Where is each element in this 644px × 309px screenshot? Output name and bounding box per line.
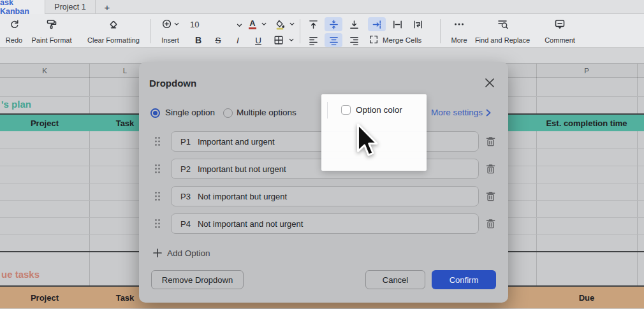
overdue-section-title: ue tasks [1, 269, 40, 280]
strikethrough-button[interactable]: S [210, 33, 226, 47]
bold-button[interactable]: B [190, 33, 207, 47]
insert-icon [162, 18, 179, 30]
single-option-label: Single option [165, 108, 215, 117]
remove-dropdown-button[interactable]: Remove Dropdown [151, 270, 244, 289]
toolbar-divider [150, 19, 151, 43]
merge-cells-button[interactable]: Merge Cells [369, 33, 421, 47]
toolbar-divider [300, 19, 300, 43]
comment-icon [554, 18, 566, 30]
app-window: ask Kanban Project 1 + Redo Paint Format… [0, 0, 644, 309]
drag-handle-icon[interactable] [154, 219, 161, 229]
paint-format-button[interactable]: Paint Format [28, 17, 75, 46]
chevron-down-icon [237, 20, 242, 29]
multiple-options-radio[interactable] [223, 108, 233, 118]
plan-header-project: Project [0, 115, 89, 131]
drag-handle-icon[interactable] [154, 164, 161, 174]
redo-icon [9, 18, 20, 30]
cancel-button[interactable]: Cancel [365, 270, 425, 289]
font-color-button[interactable]: A [245, 17, 260, 31]
option-color-label: Option color [356, 105, 402, 115]
sheet-tab-bar: ask Kanban Project 1 + [0, 0, 644, 14]
gridline [89, 78, 90, 308]
chevron-right-icon [486, 109, 491, 117]
underline-button[interactable]: U [250, 33, 267, 47]
column-header-p[interactable]: P [536, 64, 637, 78]
trash-icon[interactable] [485, 218, 496, 229]
confirm-button[interactable]: Confirm [432, 270, 496, 289]
font-color-chevron[interactable] [260, 17, 268, 31]
clear-formatting-button[interactable]: Clear Formatting [80, 17, 147, 46]
merge-cells-icon [369, 34, 379, 46]
drag-handle-icon[interactable] [154, 136, 161, 147]
more-icon [453, 18, 465, 30]
tab-task-kanban[interactable]: ask Kanban [0, 0, 45, 14]
align-center-button[interactable] [325, 33, 342, 47]
trash-icon[interactable] [485, 190, 496, 202]
text-clip-button[interactable] [388, 17, 406, 31]
option-color-checkbox[interactable] [341, 105, 351, 115]
drag-handle-icon[interactable] [154, 191, 161, 201]
align-bottom-button[interactable] [345, 17, 363, 31]
tab-project-1[interactable]: Project 1 [45, 0, 96, 14]
fill-color-button[interactable] [272, 17, 288, 31]
fill-color-icon [275, 19, 285, 30]
font-size-value: 10 [190, 20, 199, 29]
text-overflow-button[interactable] [368, 17, 386, 31]
comment-button[interactable]: Comment [537, 17, 583, 46]
trash-icon[interactable] [485, 136, 496, 147]
text-wrap-button[interactable] [409, 17, 427, 31]
plus-icon [153, 248, 162, 257]
option-input[interactable]: P3Not important but urgent [171, 186, 479, 206]
option-row: P4Not important and not urgent [139, 213, 508, 234]
multiple-options-label: Multiple options [237, 108, 296, 117]
toolbar-divider [440, 19, 441, 43]
align-left-button[interactable] [304, 33, 322, 47]
trash-icon[interactable] [485, 163, 496, 175]
gridline [536, 78, 537, 308]
column-header-k[interactable]: K [0, 64, 89, 78]
add-sheet-button[interactable]: + [96, 0, 119, 14]
plan-header-est: Est. completion time [536, 115, 637, 131]
vertical-divider [327, 102, 328, 119]
align-right-button[interactable] [345, 33, 363, 47]
mouse-cursor-icon [353, 122, 378, 161]
overdue-header-project: Project [0, 287, 89, 308]
borders-button[interactable] [270, 33, 287, 47]
option-row: P3Not important but urgent [139, 186, 508, 206]
overdue-header-due: Due [536, 287, 637, 308]
plan-section-title: 's plan [1, 99, 31, 110]
italic-button[interactable]: I [230, 33, 245, 47]
align-top-button[interactable] [304, 17, 322, 31]
add-option-button[interactable]: Add Option [153, 247, 210, 259]
redo-button[interactable]: Redo [0, 17, 28, 46]
close-icon[interactable] [483, 76, 496, 89]
dialog-title: Dropdown [149, 78, 196, 89]
align-middle-button[interactable] [325, 17, 342, 31]
find-and-replace-icon [497, 18, 508, 30]
more-settings-link[interactable]: More settings [431, 108, 491, 117]
clear-formatting-icon [108, 18, 119, 30]
toolbar: Redo Paint Format Clear Formatting Inser… [0, 14, 644, 48]
font-size-select[interactable]: 10 [190, 17, 242, 31]
single-option-radio[interactable] [150, 108, 160, 118]
font-color-icon: A [249, 19, 256, 29]
insert-button[interactable]: Insert [154, 17, 186, 46]
find-and-replace-button[interactable]: Find and Replace [469, 17, 536, 46]
gridline [637, 78, 638, 308]
option-input[interactable]: P4Not important and not urgent [171, 213, 479, 234]
borders-chevron[interactable] [287, 33, 296, 47]
paint-format-icon [46, 18, 57, 30]
fill-color-chevron[interactable] [288, 17, 296, 31]
